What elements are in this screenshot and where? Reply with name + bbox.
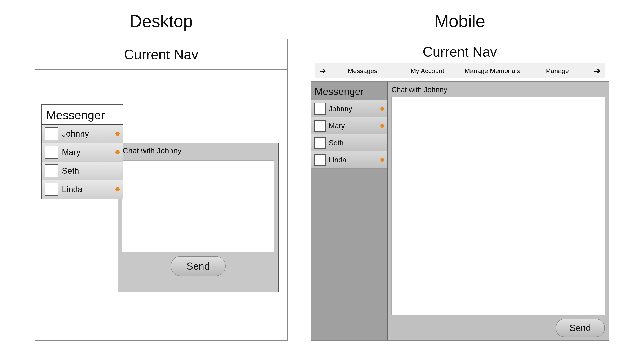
online-status-dot (116, 187, 120, 191)
tab-manage-memorials[interactable]: Manage Memorials (460, 64, 525, 78)
online-status-dot (380, 158, 384, 162)
mobile-chat-panel: Chat with Johnny Send (388, 82, 608, 341)
online-status-dot (116, 132, 120, 136)
contact-name: Seth (329, 139, 380, 147)
desktop-section: Desktop Current Nav Messenger Johnny Mar… (35, 11, 288, 341)
desktop-nav-text: Current Nav (124, 47, 198, 62)
mobile-chat-input[interactable] (392, 97, 605, 315)
contact-name: Linda (329, 156, 380, 164)
contact-name: Johnny (62, 129, 113, 138)
chat-header: Chat with Johnny (118, 143, 278, 159)
mobile-messenger-title: Messenger (311, 82, 387, 100)
tab-manage[interactable]: Manage (524, 64, 590, 78)
desktop-contact-list: Johnny Mary Seth Lin (42, 124, 123, 199)
avatar (314, 154, 326, 166)
desktop-messenger-panel: Messenger Johnny Mary Seth (41, 104, 124, 199)
mobile-content: Messenger Johnny Mary Seth (311, 82, 608, 341)
avatar (314, 137, 326, 149)
list-item[interactable]: Seth (42, 162, 123, 180)
desktop-title: Desktop (130, 11, 193, 31)
list-item[interactable]: Johnny (42, 124, 123, 143)
contact-name: Mary (329, 122, 380, 130)
mobile-frame: Current Nav ➜ Messages My Account Manage… (310, 39, 609, 341)
avatar (314, 103, 326, 115)
list-item[interactable]: Mary (42, 143, 123, 162)
mobile-tab-bar: ➜ Messages My Account Manage Memorials M… (315, 63, 605, 78)
contact-name: Johnny (329, 105, 380, 113)
list-item[interactable]: Linda (311, 151, 387, 169)
desktop-nav-bar: Current Nav (36, 39, 287, 70)
contact-name: Mary (62, 147, 113, 157)
tab-left-arrow[interactable]: ➜ (315, 63, 330, 78)
avatar (45, 183, 58, 196)
desktop-chat-panel: Chat with Johnny Send (118, 143, 278, 292)
mobile-section: Mobile Current Nav ➜ Messages My Account… (310, 11, 609, 341)
mobile-nav-header: Current Nav ➜ Messages My Account Manage… (311, 39, 608, 82)
contact-name: Seth (62, 166, 113, 176)
tab-messages[interactable]: Messages (330, 64, 395, 78)
mobile-send-button[interactable]: Send (556, 319, 605, 337)
avatar (45, 164, 58, 177)
mobile-chat-header: Chat with Johnny (392, 86, 605, 94)
online-status-dot (380, 124, 384, 128)
online-status-dot (380, 107, 384, 111)
desktop-send-button[interactable]: Send (171, 256, 225, 276)
desktop-messenger-title: Messenger (42, 105, 123, 124)
list-item[interactable]: Linda (42, 180, 123, 199)
tab-right-arrow[interactable]: ➜ (590, 63, 605, 78)
avatar (45, 127, 58, 140)
list-item[interactable]: Johnny (311, 100, 387, 117)
list-item[interactable]: Seth (311, 134, 387, 151)
mobile-title: Mobile (434, 11, 485, 31)
mobile-nav-title: Current Nav (315, 44, 605, 60)
mobile-messenger-panel: Messenger Johnny Mary Seth (311, 82, 388, 341)
desktop-content-area: Messenger Johnny Mary Seth (36, 70, 287, 341)
desktop-chat-input[interactable] (122, 160, 274, 252)
online-status-dot (116, 150, 120, 154)
contact-name: Linda (62, 185, 113, 194)
avatar (45, 146, 58, 159)
tab-my-account[interactable]: My Account (395, 64, 460, 78)
avatar (314, 120, 326, 132)
list-item[interactable]: Mary (311, 117, 387, 134)
desktop-frame: Current Nav Messenger Johnny Mary (35, 39, 288, 341)
